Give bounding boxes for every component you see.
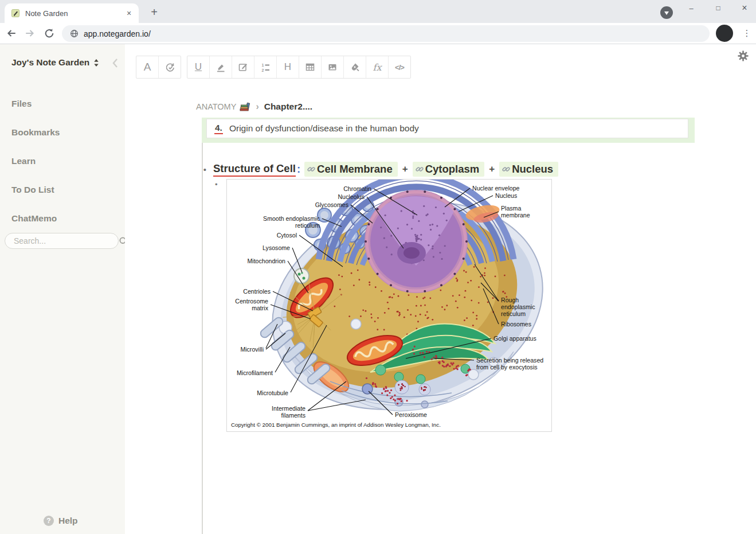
workspace-switcher[interactable]: Joy's Note Garden (11, 57, 99, 68)
list-number: 4. (214, 123, 223, 134)
breadcrumb-parent[interactable]: ANATOMY (196, 102, 236, 111)
url-text: app.notegarden.io/ (84, 29, 151, 38)
table-button[interactable] (299, 56, 322, 78)
link-chain-icon (307, 165, 315, 173)
sort-arrows-icon (93, 59, 99, 67)
selected-block-highlight: 4. Origin of dysfunction/disease in the … (202, 118, 695, 143)
review-refresh-button[interactable] (159, 56, 181, 78)
svg-text:Microfilament: Microfilament (237, 369, 273, 376)
code-button[interactable]: </> (389, 56, 410, 78)
workspace-title: Joy's Note Garden (11, 57, 89, 68)
help-label: Help (58, 516, 78, 526)
question-icon: ? (44, 516, 54, 526)
bullet-icon: • (202, 165, 208, 174)
browser-tab[interactable]: Note Garden × (5, 3, 139, 23)
down-triangle-icon (664, 11, 669, 17)
tab-close-icon[interactable]: × (124, 8, 134, 18)
svg-text:Intermediatefilaments: Intermediatefilaments (272, 405, 305, 419)
image-button[interactable] (322, 56, 344, 78)
svg-text:Glycosomes: Glycosomes (315, 201, 348, 208)
search-input[interactable] (13, 236, 119, 246)
note-garden-app: Joy's Note Garden Files Bookmarks Learn … (0, 44, 756, 534)
link-label: Cytoplasm (425, 163, 480, 176)
back-icon[interactable] (5, 26, 18, 40)
sidebar-collapse-icon[interactable] (112, 58, 118, 71)
link-label: Nucleus (512, 163, 553, 176)
sidebar-item-bookmarks[interactable]: Bookmarks (11, 126, 60, 139)
bullet-colon: : (297, 163, 300, 176)
font-button[interactable]: A (136, 56, 159, 78)
profile-avatar[interactable] (716, 25, 733, 42)
bullet-title: Structure of Cell (213, 162, 296, 177)
svg-text:Nuclear envelope: Nuclear envelope (472, 185, 520, 192)
svg-text:Ribosomes: Ribosomes (501, 321, 531, 328)
plus-separator: + (402, 163, 408, 175)
svg-text:1: 1 (262, 63, 264, 67)
sidebar-item-files[interactable]: Files (11, 97, 60, 110)
sidebar-menu: Files Bookmarks Learn To Do List ChatMem… (11, 97, 60, 225)
svg-text:Microvilli: Microvilli (240, 346, 264, 353)
note-link-cytoplasm[interactable]: Cytoplasm (413, 162, 485, 177)
formula-button[interactable]: fx (366, 56, 389, 78)
svg-text:Centrioles: Centrioles (243, 288, 271, 295)
svg-text:2: 2 (262, 68, 264, 72)
link-label: Cell Membrane (317, 163, 393, 176)
reload-icon[interactable] (42, 26, 56, 40)
toolbar-group-2: U 12 H fx (187, 56, 411, 79)
browser-menu-icon[interactable]: ⋮ (742, 26, 752, 40)
close-window-button[interactable]: × (737, 1, 752, 15)
forward-icon[interactable] (23, 26, 37, 40)
plus-separator: + (489, 163, 495, 175)
embedded-cell-image[interactable]: ChromatinNucleolusGlycosomesSmooth endop… (226, 179, 552, 432)
browser-window: Note Garden × + – □ × app.notegarden.io/… (0, 0, 756, 534)
new-tab-button[interactable]: + (147, 5, 162, 20)
underline-button[interactable]: U (187, 56, 210, 78)
indent-guide-line (202, 118, 203, 534)
globe-icon (70, 29, 79, 38)
image-bullet-icon: • (215, 180, 218, 189)
svg-text:Golgi apparatus: Golgi apparatus (493, 335, 536, 342)
svg-text:Centrosomematrix: Centrosomematrix (235, 298, 268, 311)
numbered-list-item[interactable]: 4. Origin of dysfunction/disease in the … (206, 119, 688, 138)
svg-text:Mitochondrion: Mitochondrion (247, 258, 285, 264)
svg-text:Peroxisome: Peroxisome (395, 411, 427, 418)
sidebar-item-todo[interactable]: To Do List (11, 183, 60, 196)
favicon-icon (11, 9, 20, 18)
svg-text:Secretion being releasedfrom c: Secretion being releasedfrom cell by exo… (476, 357, 543, 371)
link-chain-icon (416, 165, 424, 173)
books-icon (240, 102, 250, 111)
bullet-list-item[interactable]: • Structure of Cell : Cell Membrane + Cy… (202, 160, 558, 178)
settings-gear-icon[interactable] (738, 50, 749, 64)
svg-text:Lysosome: Lysosome (263, 244, 290, 251)
svg-text:Microtubule: Microtubule (257, 389, 288, 396)
url-input[interactable]: app.notegarden.io/ (62, 25, 710, 42)
link-chain-icon (502, 165, 510, 173)
media-controls-icon[interactable] (660, 6, 673, 19)
search-box[interactable] (5, 233, 119, 249)
sidebar-item-chatmemo[interactable]: ChatMemo (11, 212, 60, 225)
cell-diagram: ChromatinNucleolusGlycosomesSmooth endop… (227, 180, 551, 431)
numbered-list-button[interactable]: 12 (254, 56, 277, 78)
toolbar-group-1: A (136, 56, 181, 79)
sidebar-item-learn[interactable]: Learn (11, 154, 60, 167)
note-link-nucleus[interactable]: Nucleus (499, 162, 558, 177)
note-link-cell-membrane[interactable]: Cell Membrane (304, 162, 398, 177)
help-button[interactable]: ? Help (44, 516, 78, 526)
svg-text:Cytosol: Cytosol (277, 232, 297, 239)
svg-text:Copyright © 2001 Benjamin Cumm: Copyright © 2001 Benjamin Cummings, an i… (231, 422, 441, 428)
highlighter-button[interactable] (210, 56, 232, 78)
sidebar: Joy's Note Garden Files Bookmarks Learn … (0, 44, 125, 534)
tab-strip: Note Garden × + – □ × (0, 0, 756, 23)
maximize-button[interactable]: □ (711, 1, 726, 15)
minimize-button[interactable]: – (684, 1, 699, 15)
pen-button[interactable] (344, 56, 366, 78)
list-item-text: Origin of dysfunction/disease in the hum… (229, 123, 419, 134)
chevron-right-icon: › (256, 102, 258, 112)
svg-text:Chromatin: Chromatin (343, 185, 371, 192)
breadcrumb-current[interactable]: Chapter2.... (264, 102, 312, 112)
svg-text:Nucleolus: Nucleolus (338, 193, 365, 200)
heading-button[interactable]: H (277, 56, 299, 78)
edit-button[interactable] (232, 56, 254, 78)
svg-text:Plasmamembrane: Plasmamembrane (501, 205, 530, 219)
svg-text:Smooth endoplasmicreticulum: Smooth endoplasmicreticulum (263, 215, 320, 229)
